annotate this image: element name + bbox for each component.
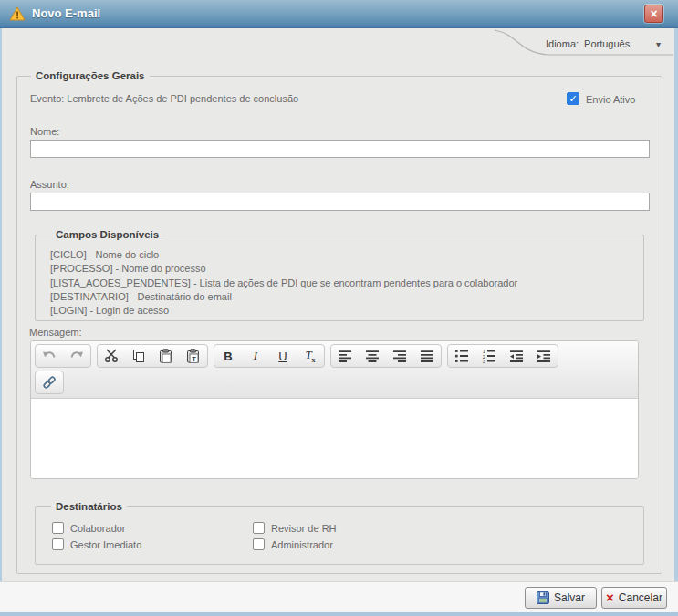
- language-dropdown[interactable]: Idioma: Português ▾: [546, 36, 661, 52]
- clipboard-group: T: [97, 344, 208, 368]
- numbered-list-icon: 1 2 3: [482, 349, 496, 363]
- redo-icon: [69, 349, 84, 363]
- gestor-imediato-label: Gestor Imediato: [70, 539, 141, 550]
- undo-button[interactable]: [36, 345, 63, 367]
- administrador-checkbox[interactable]: [253, 538, 265, 550]
- envio-ativo-label: Envio Ativo: [586, 94, 635, 105]
- align-group: [330, 344, 442, 368]
- language-value: Português: [584, 38, 630, 49]
- dialog-left-border: [0, 28, 2, 616]
- dialog-footer: Salvar × Cancelar: [0, 581, 678, 612]
- close-icon: ×: [650, 6, 657, 21]
- cut-icon: [104, 349, 119, 363]
- svg-text:3: 3: [483, 359, 485, 363]
- outdent-button[interactable]: [503, 345, 530, 367]
- field-item: [LOGIN] - Login de acesso: [50, 304, 517, 318]
- recipients-legend: Destinatários: [51, 501, 127, 513]
- gestor-imediato-checkbox[interactable]: [52, 538, 64, 550]
- bold-button[interactable]: B: [214, 345, 242, 367]
- dialog-right-border: [674, 28, 678, 616]
- colaborador-checkbox[interactable]: [52, 522, 64, 534]
- message-editor: T B I U Tx: [30, 340, 639, 479]
- align-left-icon: [338, 350, 352, 363]
- general-settings-legend: Configurações Gerais: [31, 70, 150, 82]
- numbered-list-button[interactable]: 1 2 3: [475, 345, 503, 367]
- dialog-bottom-border: [0, 612, 678, 616]
- italic-icon: I: [254, 349, 257, 363]
- mensagem-label: Mensagem:: [29, 327, 81, 338]
- list-group: 1 2 3: [447, 344, 558, 368]
- undo-group: [35, 344, 91, 368]
- align-justify-button[interactable]: [413, 345, 441, 367]
- copy-button[interactable]: [125, 345, 152, 367]
- language-label: Idioma:: [546, 38, 579, 49]
- editor-toolbar: T B I U Tx: [31, 341, 638, 399]
- cancel-button[interactable]: × Cancelar: [601, 587, 667, 609]
- bullet-list-button[interactable]: [448, 345, 475, 367]
- message-body[interactable]: [31, 399, 638, 478]
- close-button[interactable]: ×: [644, 5, 663, 23]
- recipients-fieldset: [35, 506, 644, 565]
- check-icon: ✓: [568, 93, 577, 104]
- colaborador-label: Colaborador: [70, 523, 126, 534]
- field-item: [DESTINATARIO] - Destinatário do email: [50, 290, 517, 304]
- administrador-label: Administrador: [271, 539, 333, 550]
- basicstyles-group: B I U Tx: [214, 344, 325, 368]
- field-item: [LISTA_ACOES_PENDENTES] - Lista de ações…: [50, 277, 517, 290]
- bold-icon: B: [224, 350, 232, 363]
- indent-icon: [537, 350, 551, 363]
- save-button[interactable]: Salvar: [525, 587, 597, 609]
- cut-button[interactable]: [98, 345, 125, 367]
- paste-button[interactable]: [152, 345, 180, 367]
- link-icon: [42, 375, 57, 390]
- link-group: [35, 371, 64, 394]
- paste-text-button[interactable]: T: [180, 345, 207, 367]
- field-item: [CICLO] - Nome do ciclo: [50, 248, 517, 262]
- save-icon: [537, 591, 549, 604]
- cancel-label: Cancelar: [619, 591, 662, 604]
- paste-icon: [159, 349, 173, 363]
- available-fields-list: [CICLO] - Nome do ciclo [PROCESSO] - Nom…: [50, 248, 517, 318]
- warning-icon: [9, 6, 26, 21]
- evento-text: Evento: Lembrete de Ações de PDI pendent…: [30, 93, 298, 104]
- bullet-list-icon: [454, 349, 469, 363]
- underline-button[interactable]: U: [269, 345, 297, 367]
- novo-email-dialog: Novo E-mail × Idioma: Português ▾ Config…: [0, 0, 678, 616]
- undo-icon: [42, 349, 57, 363]
- assunto-input[interactable]: [30, 193, 650, 211]
- remove-format-button[interactable]: Tx: [297, 345, 324, 367]
- chevron-down-icon: ▾: [656, 39, 661, 49]
- align-left-button[interactable]: [331, 345, 359, 367]
- field-item: [PROCESSO] - Nome do processo: [50, 262, 517, 276]
- dialog-titlebar: Novo E-mail ×: [0, 0, 678, 28]
- available-fields-legend: Campos Disponíveis: [51, 229, 163, 241]
- nome-label: Nome:: [30, 126, 59, 137]
- outdent-icon: [509, 350, 524, 363]
- dialog-title: Novo E-mail: [32, 6, 100, 20]
- cancel-x-icon: ×: [606, 591, 614, 604]
- link-button[interactable]: [36, 371, 63, 393]
- save-label: Salvar: [554, 591, 585, 604]
- envio-ativo-checkbox[interactable]: ✓: [567, 92, 579, 105]
- indent-button[interactable]: [530, 345, 558, 367]
- italic-button[interactable]: I: [242, 345, 269, 367]
- paste-text-icon: T: [186, 349, 201, 363]
- revisor-rh-checkbox[interactable]: [253, 522, 265, 534]
- svg-text:T: T: [192, 355, 196, 363]
- remove-format-icon: Tx: [305, 348, 315, 364]
- align-right-button[interactable]: [386, 345, 413, 367]
- underline-icon: U: [278, 350, 287, 363]
- align-center-icon: [365, 350, 380, 363]
- align-justify-icon: [420, 350, 434, 363]
- align-right-icon: [392, 350, 407, 363]
- revisor-rh-label: Revisor de RH: [271, 523, 337, 534]
- nome-input[interactable]: [30, 140, 650, 158]
- align-center-button[interactable]: [359, 345, 386, 367]
- copy-icon: [131, 349, 146, 363]
- redo-button[interactable]: [63, 345, 90, 367]
- assunto-label: Assunto:: [30, 179, 69, 190]
